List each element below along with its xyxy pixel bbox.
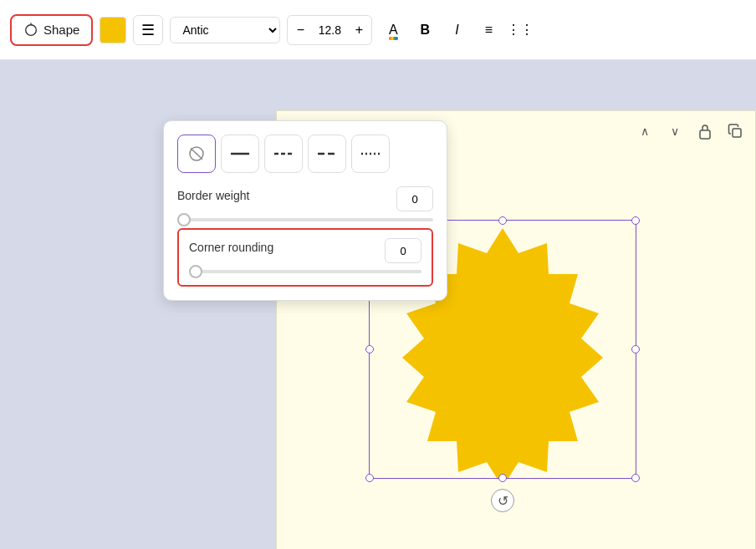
corner-rounding-section: Corner rounding: [177, 228, 433, 287]
border-weight-row: Border weight: [177, 186, 433, 211]
corner-rounding-slider-track[interactable]: [189, 270, 421, 273]
list-icon: ⋮⋮: [507, 22, 534, 38]
color-text-button[interactable]: A: [379, 16, 407, 44]
dotted-line-icon: [360, 145, 381, 162]
down-arrow-button[interactable]: ∨: [663, 119, 687, 143]
shape-label: Shape: [43, 23, 79, 37]
font-selector[interactable]: Antic: [170, 17, 280, 43]
align-button[interactable]: ≡: [474, 16, 503, 44]
font-size-decrease[interactable]: −: [288, 16, 313, 44]
copy-icon[interactable]: [723, 119, 747, 143]
toolbar: Shape ☰ Antic − + A B I ≡: [0, 0, 756, 60]
text-format-group: A B I ≡ ⋮⋮: [379, 16, 534, 44]
color-a-icon: A: [389, 23, 398, 38]
dashed-line-icon: [273, 145, 294, 162]
border-longdash-button[interactable]: [308, 135, 346, 173]
lines-icon: ☰: [141, 21, 155, 39]
svg-line-6: [191, 149, 202, 160]
border-weight-slider-track[interactable]: [177, 218, 433, 221]
solid-line-icon: [229, 145, 251, 162]
border-weight-label: Border weight: [177, 189, 249, 202]
no-border-icon: [186, 145, 207, 162]
border-weight-slider-thumb[interactable]: [177, 213, 191, 226]
border-panel: Border weight Corner rounding: [163, 120, 447, 301]
lines-button[interactable]: ☰: [133, 15, 163, 45]
up-arrow-button[interactable]: ∧: [633, 119, 656, 143]
font-select-dropdown[interactable]: Antic: [171, 18, 279, 43]
font-size-control: − +: [287, 15, 372, 45]
font-size-input[interactable]: [313, 23, 346, 37]
align-icon: ≡: [485, 23, 493, 38]
border-dashed-button[interactable]: [264, 135, 303, 173]
corner-rounding-input[interactable]: [385, 238, 421, 263]
svg-rect-3: [733, 129, 741, 137]
italic-button[interactable]: I: [442, 16, 471, 44]
corner-rounding-slider-thumb[interactable]: [189, 265, 202, 278]
canvas-area: Title ∧ ∨: [0, 60, 756, 549]
border-dotted-button[interactable]: [351, 135, 390, 173]
border-none-button[interactable]: [177, 135, 216, 173]
corner-rounding-label: Corner rounding: [189, 241, 273, 254]
bold-button[interactable]: B: [411, 16, 439, 44]
doc-controls: ∧ ∨: [633, 119, 747, 143]
shape-button[interactable]: Shape: [10, 14, 93, 46]
border-weight-input[interactable]: [396, 186, 433, 211]
color-swatch[interactable]: [100, 17, 126, 43]
svg-rect-2: [700, 130, 710, 139]
svg-point-0: [26, 24, 37, 35]
border-styles-row: [177, 135, 433, 173]
corner-rounding-row: Corner rounding: [189, 238, 421, 263]
long-dash-icon: [316, 145, 338, 162]
border-solid-button[interactable]: [221, 135, 259, 173]
rotate-handle[interactable]: ↺: [491, 489, 514, 512]
font-size-increase[interactable]: +: [346, 16, 371, 44]
lock-icon[interactable]: [693, 119, 717, 143]
list-button[interactable]: ⋮⋮: [506, 16, 534, 44]
shape-icon: [23, 23, 38, 38]
